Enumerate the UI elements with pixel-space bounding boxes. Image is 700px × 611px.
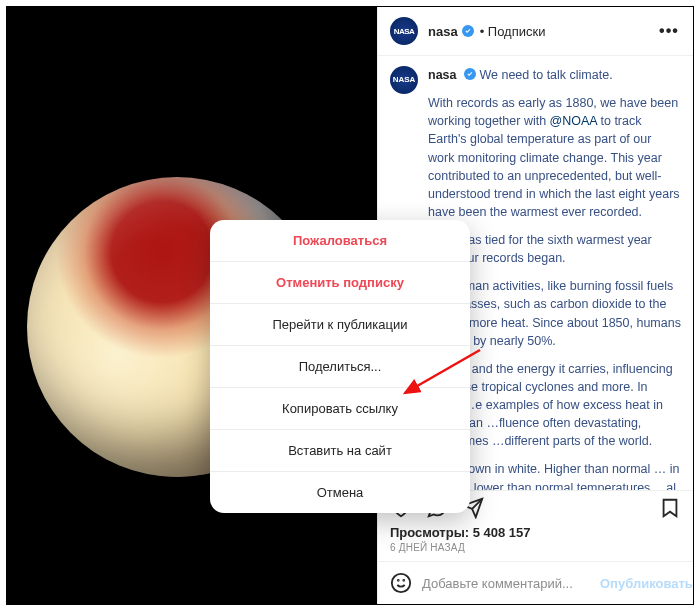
sheet-cancel[interactable]: Отмена: [210, 472, 470, 513]
svg-point-3: [398, 580, 399, 581]
follow-status[interactable]: Подписки: [480, 24, 546, 39]
sheet-goto-post[interactable]: Перейти к публикации: [210, 304, 470, 346]
comment-bar: Опубликовать: [378, 561, 693, 604]
bookmark-icon[interactable]: [659, 497, 681, 519]
caption-lead: We need to talk climate.: [479, 68, 612, 82]
sheet-share[interactable]: Поделиться...: [210, 346, 470, 388]
caption-paragraph: With records as early as 1880, we have b…: [428, 94, 681, 221]
header-username[interactable]: nasa: [428, 24, 458, 39]
views-count[interactable]: Просмотры: 5 408 157: [378, 521, 693, 540]
svg-point-2: [392, 574, 410, 592]
sheet-report[interactable]: Пожаловаться: [210, 220, 470, 262]
post-time: 6 дней назад: [378, 540, 693, 561]
action-sheet: Пожаловаться Отменить подписку Перейти к…: [210, 220, 470, 513]
comment-input[interactable]: [422, 576, 590, 591]
post-header: NASA nasa Подписки •••: [378, 7, 693, 56]
sheet-copy-link[interactable]: Копировать ссылку: [210, 388, 470, 430]
svg-point-4: [403, 580, 404, 581]
more-options-button[interactable]: •••: [657, 19, 681, 43]
mention-noaa[interactable]: @NOAA: [550, 114, 597, 128]
sheet-unfollow[interactable]: Отменить подписку: [210, 262, 470, 304]
post-comment-button[interactable]: Опубликовать: [600, 576, 693, 591]
verified-badge-icon: [464, 68, 476, 80]
caption-username[interactable]: nasa: [428, 68, 457, 82]
sheet-embed[interactable]: Вставить на сайт: [210, 430, 470, 472]
avatar[interactable]: NASA: [390, 66, 418, 94]
caption-text: to track Earth's global temperature as p…: [428, 114, 680, 219]
emoji-icon[interactable]: [390, 572, 412, 594]
avatar[interactable]: NASA: [390, 17, 418, 45]
verified-badge-icon: [462, 25, 474, 37]
